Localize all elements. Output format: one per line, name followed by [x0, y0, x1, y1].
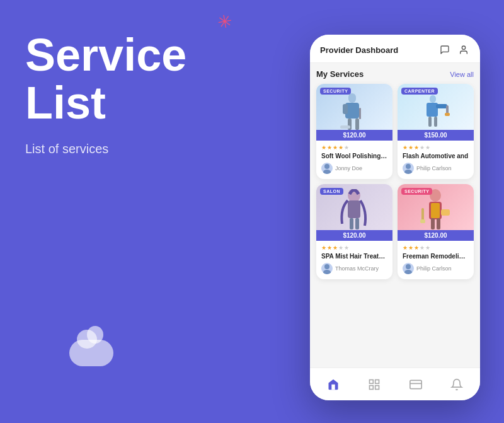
bottom-nav	[310, 368, 480, 400]
card-3-tag: SALON	[320, 188, 343, 195]
left-panel: Service List List of services	[25, 32, 252, 156]
salon-illustration	[337, 189, 372, 236]
card-3-name: SPA Mist Hair Treatme	[321, 253, 387, 260]
service-card-3[interactable]: SALON $120.00 ★ ★ ★ ★ ★ SPA Mist Hair Tr…	[316, 184, 392, 279]
view-all-link[interactable]: View all	[450, 71, 474, 78]
service-card-2[interactable]: CARPENTER $150.00 ★ ★ ★ ★ ★ Flash Automo…	[398, 84, 474, 179]
svg-point-23	[324, 264, 329, 269]
card-4-stars: ★ ★ ★ ★ ★	[403, 245, 469, 251]
card-2-avatar	[403, 163, 414, 174]
svg-rect-4	[355, 119, 359, 130]
svg-rect-13	[434, 117, 437, 127]
card-2-provider: Philip Carlson	[403, 163, 469, 174]
svg-rect-36	[375, 380, 379, 383]
svg-rect-29	[437, 218, 440, 229]
card-3-body: ★ ★ ★ ★ ★ SPA Mist Hair Treatme Thomas M…	[316, 241, 392, 279]
nav-home[interactable]	[312, 368, 354, 400]
card-1-name: Soft Wool Polishing Ho	[321, 153, 387, 159]
svg-point-17	[406, 164, 411, 169]
svg-rect-31	[420, 219, 425, 223]
services-grid: SECURITY $120.00 ★ ★ ★ ★ ★ Soft Wool Pol…	[316, 84, 474, 279]
card-3-provider: Thomas McCrary	[321, 263, 387, 274]
main-title: Service List	[25, 32, 252, 127]
subtitle: List of services	[25, 142, 252, 156]
svg-point-18	[404, 170, 412, 174]
card-4-tag: SECURITY	[401, 188, 432, 195]
card-1-body: ★ ★ ★ ★ ★ Soft Wool Polishing Ho Jonny D…	[316, 141, 392, 179]
phone-container: Provider Dashboard My Services View all	[310, 35, 480, 400]
svg-rect-28	[431, 218, 435, 229]
svg-rect-38	[370, 385, 374, 389]
card-4-provider-name: Philip Carlson	[416, 265, 452, 272]
card-image-1: SECURITY $120.00	[316, 84, 392, 141]
svg-rect-37	[375, 385, 379, 389]
phone-header-icons	[438, 43, 470, 56]
card-4-provider: Philip Carlson	[403, 263, 469, 274]
svg-rect-1	[348, 93, 356, 103]
card-4-body: ★ ★ ★ ★ ★ Freeman Remodeling a Philip Ca…	[398, 241, 474, 279]
svg-rect-27	[431, 203, 440, 218]
painter-illustration	[417, 90, 455, 134]
svg-rect-21	[350, 218, 353, 229]
svg-rect-11	[427, 103, 438, 117]
chat-icon[interactable]	[438, 43, 451, 56]
svg-rect-32	[441, 209, 450, 216]
svg-rect-14	[436, 104, 447, 108]
svg-rect-16	[445, 113, 450, 116]
svg-point-8	[324, 164, 329, 169]
nav-grid[interactable]	[354, 368, 396, 400]
home-icon	[327, 378, 340, 391]
card-2-name: Flash Automotive and	[403, 153, 469, 159]
svg-point-9	[323, 170, 331, 174]
svg-rect-30	[421, 208, 424, 221]
card-1-provider-name: Jonny Doe	[335, 165, 362, 171]
card-3-stars: ★ ★ ★ ★ ★	[321, 245, 387, 251]
card-2-body: ★ ★ ★ ★ ★ Flash Automotive and Philip Ca…	[398, 141, 474, 179]
security-illustration	[418, 189, 453, 236]
card-3-avatar	[321, 263, 333, 274]
card-3-price: $120.00	[316, 230, 392, 241]
svg-point-33	[406, 264, 411, 269]
card-2-provider-name: Philip Carlson	[416, 165, 452, 171]
phone-header: Provider Dashboard	[310, 35, 480, 63]
nav-wallet[interactable]	[395, 368, 437, 400]
card-2-stars: ★ ★ ★ ★ ★	[403, 144, 469, 151]
card-1-avatar	[321, 163, 333, 174]
svg-rect-7	[340, 125, 350, 129]
bg-star-decoration: ✳	[215, 10, 233, 33]
services-header: My Services View all	[316, 69, 474, 79]
services-area: My Services View all	[310, 63, 480, 368]
card-3-provider-name: Thomas McCrary	[335, 265, 379, 272]
service-card-1[interactable]: SECURITY $120.00 ★ ★ ★ ★ ★ Soft Wool Pol…	[316, 84, 392, 179]
card-2-tag: CARPENTER	[401, 88, 438, 95]
svg-point-24	[323, 270, 331, 274]
svg-rect-12	[428, 117, 432, 127]
card-4-price: $120.00	[398, 230, 474, 241]
card-image-3: SALON $120.00	[316, 184, 392, 241]
grid-icon	[368, 378, 381, 391]
svg-rect-10	[430, 95, 436, 103]
svg-rect-22	[355, 218, 359, 229]
card-1-tag: SECURITY	[320, 88, 351, 95]
phone-header-title: Provider Dashboard	[320, 45, 398, 55]
svg-point-34	[404, 270, 412, 274]
svg-rect-15	[446, 105, 449, 114]
nav-notifications[interactable]	[437, 368, 478, 400]
svg-rect-39	[410, 380, 421, 388]
cleaner-illustration	[339, 90, 370, 134]
svg-rect-20	[348, 200, 360, 218]
svg-rect-5	[343, 104, 348, 114]
svg-rect-35	[370, 380, 374, 383]
card-1-price: $120.00	[316, 130, 392, 141]
svg-rect-6	[359, 108, 361, 119]
user-icon[interactable]	[457, 43, 470, 56]
bell-icon	[450, 378, 463, 391]
title-line1: Service	[25, 30, 186, 80]
card-4-avatar	[403, 263, 414, 274]
bg-cloud-decoration	[69, 340, 113, 366]
card-1-stars: ★ ★ ★ ★ ★	[321, 144, 387, 151]
wallet-icon	[410, 378, 422, 391]
card-1-provider: Jonny Doe	[321, 163, 387, 174]
service-card-4[interactable]: SECURITY $120.00 ★ ★ ★ ★ ★ Freeman Remod…	[398, 184, 474, 279]
card-image-4: SECURITY $120.00	[398, 184, 474, 241]
